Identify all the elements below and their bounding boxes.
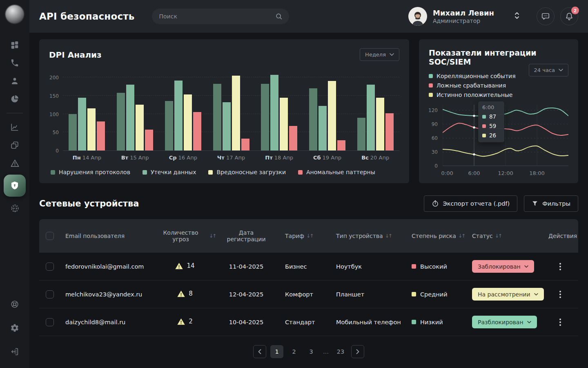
messages-button[interactable] xyxy=(537,7,555,25)
sort-icon[interactable]: ↓↑ xyxy=(209,233,216,239)
dpi-bar-chart: 050100150200 xyxy=(49,72,399,151)
x-axis-label: Вт15 Апр xyxy=(111,155,159,161)
soc-period-value: 24 часа xyxy=(534,67,555,73)
sidebar-item-alerts[interactable] xyxy=(6,154,24,172)
sidebar-item-transfers[interactable] xyxy=(6,136,24,154)
x-axis-label: 18:00 xyxy=(529,170,544,176)
sidebar-item-security[interactable] xyxy=(4,175,26,197)
row-actions-menu[interactable] xyxy=(555,260,565,273)
bar xyxy=(174,81,183,151)
bar xyxy=(376,98,384,151)
risk-label: Высокий xyxy=(420,263,447,270)
cell-date: 10-04-2025 xyxy=(216,319,277,325)
row-actions-menu[interactable] xyxy=(555,316,565,328)
bar xyxy=(97,121,105,150)
export-report-button[interactable]: Экспорт отчета (.pdf) xyxy=(424,195,518,212)
bar xyxy=(280,98,288,151)
cell-email: daizychild8@mail.ru xyxy=(60,319,154,325)
y-axis-tick: 150 xyxy=(49,93,59,99)
bar-group xyxy=(159,72,207,150)
table-row[interactable]: daizychild8@mail.ru 2 10-04-2025 Стандар… xyxy=(39,308,578,336)
bar xyxy=(126,85,134,150)
search-input[interactable] xyxy=(152,9,289,24)
sidebar-item-dashboard[interactable] xyxy=(6,36,24,54)
row-actions-menu[interactable] xyxy=(555,288,565,301)
row-checkbox[interactable] xyxy=(46,263,54,271)
dpi-legend: Нарушения протоколовУтечки данныхВредоно… xyxy=(51,169,399,175)
shield-icon xyxy=(10,181,20,191)
page-number[interactable]: 3 xyxy=(305,345,318,358)
app-logo xyxy=(5,5,24,24)
cell-email: fedorovnikolai@gmail.com xyxy=(60,263,154,270)
sidebar-item-help[interactable] xyxy=(6,295,24,313)
select-all-checkbox[interactable] xyxy=(46,232,54,240)
cell-date: 12-04-2025 xyxy=(216,291,277,298)
page-number[interactable]: 23 xyxy=(334,345,347,358)
chevron-down-icon xyxy=(527,321,531,323)
filters-button[interactable]: Фильтры xyxy=(524,195,578,212)
notifications-button[interactable]: 2 xyxy=(560,7,578,25)
y-axis-tick: 120 xyxy=(428,108,438,113)
cell-email: melchikova23@yandex.ru xyxy=(60,291,154,298)
x-axis-label: Сб19 Апр xyxy=(303,155,352,161)
dpi-period-select[interactable]: Неделя xyxy=(360,48,399,61)
page-number[interactable]: 1 xyxy=(270,345,283,358)
legend-item: Аномальные паттерны xyxy=(298,169,375,175)
soc-plot: 6:00 875926 xyxy=(443,105,568,166)
sidebar-item-analytics[interactable] xyxy=(6,118,24,136)
status-dropdown[interactable]: Разблокирован xyxy=(472,316,537,328)
risk-indicator xyxy=(412,264,416,269)
sort-icon[interactable]: ↓↑ xyxy=(495,233,501,239)
notifications-badge: 2 xyxy=(571,7,579,14)
page-title: API безопасность xyxy=(39,11,135,22)
bar-group xyxy=(351,72,399,150)
bar xyxy=(87,108,96,150)
dpi-period-value: Неделя xyxy=(365,52,386,58)
page-number[interactable]: 2 xyxy=(287,345,301,358)
next-page-button[interactable] xyxy=(351,345,364,358)
sort-icon[interactable]: ↓↑ xyxy=(385,233,392,239)
sidebar-item-reports[interactable] xyxy=(6,90,24,108)
swap-icon xyxy=(10,141,19,150)
sidebar-item-calls[interactable] xyxy=(6,54,24,72)
sidebar-item-network[interactable] xyxy=(6,199,24,217)
table-row[interactable]: fedorovnikolai@gmail.com 14 11-04-2025 Б… xyxy=(39,253,578,280)
status-dropdown[interactable]: Заблокирован xyxy=(472,260,534,273)
prev-page-button[interactable] xyxy=(253,345,266,358)
row-checkbox[interactable] xyxy=(46,318,54,326)
sidebar-item-settings[interactable] xyxy=(6,319,24,337)
chat-icon xyxy=(541,12,550,21)
bar-group xyxy=(207,72,255,150)
avatar[interactable] xyxy=(408,7,427,26)
risk-indicator xyxy=(412,292,416,296)
y-axis-tick: 100 xyxy=(49,112,59,117)
dpi-xlabels: Пн14 АпрВт15 АпрСр16 АпрЧт17 АпрПт18 Апр… xyxy=(63,155,399,161)
sort-icon[interactable]: ↓↑ xyxy=(458,233,465,239)
soc-svg xyxy=(443,105,568,166)
export-report-label: Экспорт отчета (.pdf) xyxy=(443,200,510,207)
col-threats: Количество угроз xyxy=(154,229,207,242)
devices-table: Email пользователя Количество угроз↓↑ Да… xyxy=(39,219,578,336)
bar xyxy=(367,85,375,150)
sidebar-item-logout[interactable] xyxy=(6,343,24,361)
pie-chart-icon xyxy=(10,94,19,103)
user-icon xyxy=(10,76,19,85)
y-axis-tick: 50 xyxy=(53,130,59,135)
col-date: Дата регистрации xyxy=(216,229,277,242)
sort-icon[interactable]: ↓↑ xyxy=(306,233,313,239)
sidebar-item-users[interactable] xyxy=(6,72,24,90)
bar xyxy=(78,98,86,151)
status-dropdown[interactable]: На рассмотрении xyxy=(472,288,544,301)
pagination: 1 2 3 … 23 xyxy=(39,345,578,358)
table-row[interactable]: melchikova23@yandex.ru 8 12-04-2025 Комф… xyxy=(39,280,578,308)
sidebar xyxy=(0,0,29,368)
row-checkbox[interactable] xyxy=(46,290,54,298)
bar xyxy=(357,118,365,150)
bar-group xyxy=(111,72,159,150)
devices-section-title: Сетевые устройства xyxy=(39,199,139,209)
user-menu-toggle[interactable] xyxy=(514,11,520,22)
soc-period-select[interactable]: 24 часа xyxy=(529,64,568,76)
bar xyxy=(232,76,240,150)
user-role: Администратор xyxy=(433,18,494,24)
warning-icon xyxy=(177,318,185,325)
